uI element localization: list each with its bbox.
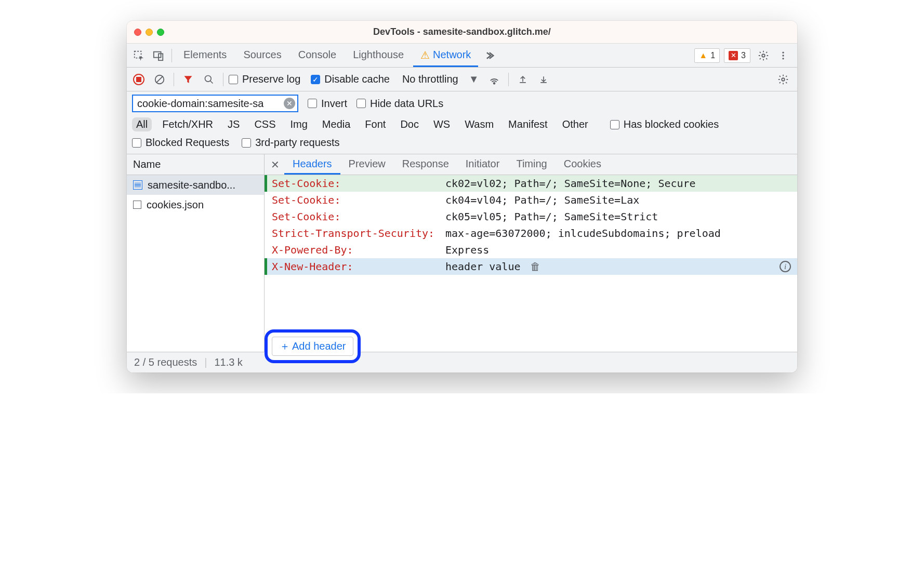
disable-cache-label: Disable cache — [324, 73, 390, 85]
type-chip-manifest[interactable]: Manifest — [504, 117, 552, 131]
header-value: Express — [445, 244, 791, 256]
delete-header-icon[interactable]: 🗑 — [530, 260, 540, 273]
inspect-icon[interactable] — [130, 47, 148, 64]
tab-label: Sources — [243, 49, 281, 61]
separator — [223, 73, 223, 86]
detail-tab-response[interactable]: Response — [394, 155, 457, 175]
error-count: 3 — [741, 51, 746, 60]
svg-point-9 — [205, 75, 212, 82]
request-row[interactable]: samesite-sandbo... — [127, 175, 264, 195]
type-chip-all[interactable]: All — [132, 117, 152, 131]
preserve-log-checkbox[interactable]: Preserve log — [229, 73, 300, 85]
tab-console[interactable]: Console — [291, 44, 344, 67]
type-chip-font[interactable]: Font — [361, 117, 390, 131]
tab-label: Console — [298, 49, 336, 61]
record-button[interactable] — [130, 71, 148, 88]
hide-data-urls-label: Hide data URLs — [370, 98, 443, 110]
header-name: Set-Cookie: — [269, 210, 435, 223]
device-toggle-icon[interactable] — [150, 47, 167, 64]
settings-icon[interactable] — [755, 47, 772, 64]
tab-network[interactable]: ⚠Network — [413, 44, 478, 67]
tab-lighthouse[interactable]: Lighthouse — [346, 44, 411, 67]
svg-rect-1 — [154, 51, 161, 57]
checkbox-icon — [308, 99, 317, 108]
header-value: ck04=vl04; Path=/; SameSite=Lax — [445, 194, 791, 206]
tab-elements[interactable]: Elements — [176, 44, 234, 67]
request-name: samesite-sandbo... — [148, 179, 235, 191]
blocked-requests-checkbox[interactable]: Blocked Requests — [132, 137, 229, 149]
download-har-icon[interactable] — [535, 71, 552, 88]
requests-list-pane: Name samesite-sandbo...cookies.json — [127, 154, 265, 352]
detail-tab-preview[interactable]: Preview — [340, 155, 394, 175]
upload-har-icon[interactable] — [514, 71, 532, 88]
type-chip-img[interactable]: Img — [286, 117, 312, 131]
detail-tab-timing[interactable]: Timing — [508, 155, 555, 175]
type-chip-wasm[interactable]: Wasm — [460, 117, 498, 131]
svg-line-10 — [210, 81, 213, 83]
document-icon — [133, 180, 142, 190]
detail-tab-initiator[interactable]: Initiator — [457, 155, 508, 175]
network-conditions-icon[interactable] — [485, 71, 503, 88]
svg-point-12 — [782, 78, 785, 81]
type-chip-css[interactable]: CSS — [250, 117, 280, 131]
type-chip-fetchxhr[interactable]: Fetch/XHR — [158, 117, 217, 131]
tab-sources[interactable]: Sources — [236, 44, 288, 67]
more-tabs-button[interactable] — [480, 50, 498, 61]
request-row[interactable]: cookies.json — [127, 195, 264, 215]
response-header-row[interactable]: X-New-Header:header value 🗑i — [265, 258, 797, 275]
type-chip-ws[interactable]: WS — [429, 117, 454, 131]
info-icon[interactable]: i — [780, 261, 791, 272]
error-icon: ✕ — [729, 51, 738, 60]
name-column-header[interactable]: Name — [127, 154, 264, 175]
separator — [171, 49, 172, 62]
checkbox-icon — [610, 120, 619, 129]
header-value: max-age=63072000; inlcudeSubdomains; pre… — [445, 227, 791, 240]
disable-cache-checkbox[interactable]: ✓ Disable cache — [311, 73, 390, 85]
detail-tab-headers[interactable]: Headers — [284, 155, 340, 175]
invert-checkbox[interactable]: Invert — [308, 98, 347, 110]
checkbox-icon — [132, 138, 141, 148]
type-filter-row: AllFetch/XHRJSCSSImgMediaFontDocWSWasmMa… — [127, 115, 797, 135]
filter-row: cookie-domain:samesite-sa ✕ Invert Hide … — [127, 91, 797, 115]
hide-data-urls-checkbox[interactable]: Hide data URLs — [357, 98, 443, 110]
filter-input[interactable]: cookie-domain:samesite-sa ✕ — [132, 95, 298, 112]
chevron-down-icon: ▼ — [469, 73, 479, 85]
close-detail-icon[interactable]: ✕ — [268, 158, 282, 171]
detail-tabs: ✕ HeadersPreviewResponseInitiatorTimingC… — [265, 154, 797, 175]
status-size: 11.3 k — [214, 356, 242, 368]
header-name: Strict-Transport-Security: — [269, 227, 435, 240]
add-header-button[interactable]: ＋ Add header — [272, 337, 353, 356]
type-chip-other[interactable]: Other — [558, 117, 592, 131]
separator: | — [204, 356, 207, 368]
type-chip-doc[interactable]: Doc — [396, 117, 423, 131]
svg-point-6 — [782, 58, 784, 59]
network-settings-icon[interactable] — [774, 71, 792, 88]
type-chip-js[interactable]: JS — [223, 117, 244, 131]
header-name: Set-Cookie: — [269, 194, 435, 206]
clear-filter-icon[interactable]: ✕ — [284, 98, 295, 109]
header-value[interactable]: header value 🗑 — [445, 260, 791, 273]
tab-label: Network — [433, 49, 471, 61]
response-header-row: Set-Cookie:ck02=vl02; Path=/; SameSite=N… — [265, 175, 797, 192]
error-count-badge[interactable]: ✕ 3 — [724, 48, 750, 63]
third-party-checkbox[interactable]: 3rd-party requests — [242, 137, 339, 149]
header-value: ck05=vl05; Path=/; SameSite=Strict — [445, 210, 791, 223]
main-tabs-row: ElementsSourcesConsoleLighthouse⚠Network… — [127, 44, 797, 68]
tab-label: Lighthouse — [353, 49, 404, 61]
search-icon[interactable] — [200, 71, 218, 88]
detail-tab-cookies[interactable]: Cookies — [556, 155, 610, 175]
throttling-dropdown[interactable]: No throttling ▼ — [399, 73, 482, 85]
file-icon — [133, 201, 141, 209]
has-blocked-cookies-label: Has blocked cookies — [624, 118, 719, 130]
warning-count-badge[interactable]: ▲ 1 — [694, 48, 720, 63]
network-toolbar: Preserve log ✓ Disable cache No throttli… — [127, 68, 797, 91]
has-blocked-cookies-checkbox[interactable]: Has blocked cookies — [610, 118, 719, 130]
checkbox-icon — [357, 99, 366, 108]
filter-icon[interactable] — [179, 71, 197, 88]
svg-point-4 — [782, 51, 784, 53]
clear-button[interactable] — [151, 71, 168, 88]
type-chip-media[interactable]: Media — [318, 117, 354, 131]
throttling-value: No throttling — [402, 73, 458, 85]
response-header-row: Strict-Transport-Security:max-age=630720… — [265, 225, 797, 242]
kebab-menu-icon[interactable] — [774, 47, 792, 64]
